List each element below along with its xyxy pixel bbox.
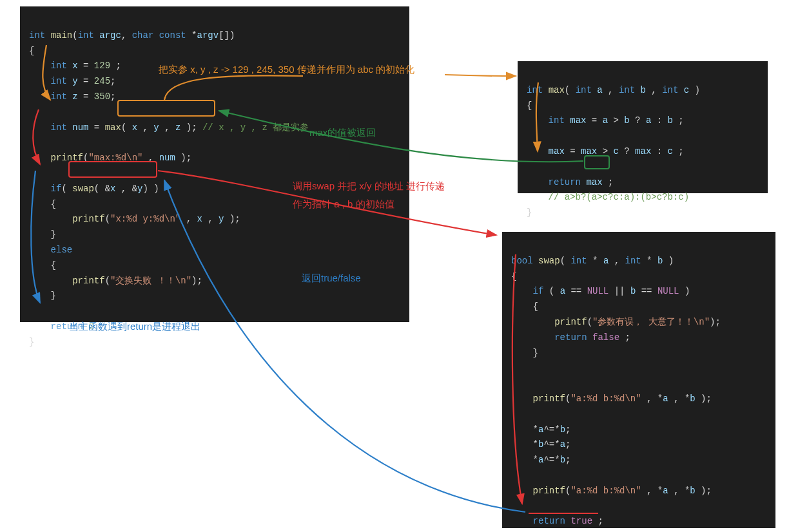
swap-code-panel: bool swap( int * a , int * b ) { if ( a …	[502, 232, 775, 528]
annotation-red-line1: 调用swap 并把 x/y 的地址 进行传递	[293, 178, 445, 195]
highlight-return-max	[584, 155, 610, 169]
comment-ternary: // a>b?(a>c?c:a):(b>c?b:c)	[549, 192, 689, 202]
annotation-red-line2: 作为指针 a , b 的初始值	[293, 196, 394, 213]
highlight-swap-call	[68, 161, 157, 178]
highlight-max-call	[117, 100, 215, 117]
annotation-blue-return: 当主函数遇到return是进程退出	[69, 318, 200, 335]
underline-return-true	[529, 513, 598, 514]
max-code-panel: int max( int a , int b , int c ) { int m…	[518, 61, 768, 193]
annotation-green: max的值被返回	[309, 124, 376, 141]
comment-args: // x , y , z 都是实参	[202, 122, 309, 133]
annotation-blue-truefalse: 返回true/false	[302, 270, 361, 287]
annotation-orange: 把实参 x, y , z -> 129 , 245, 350 传递并作用为 ab…	[159, 61, 414, 78]
